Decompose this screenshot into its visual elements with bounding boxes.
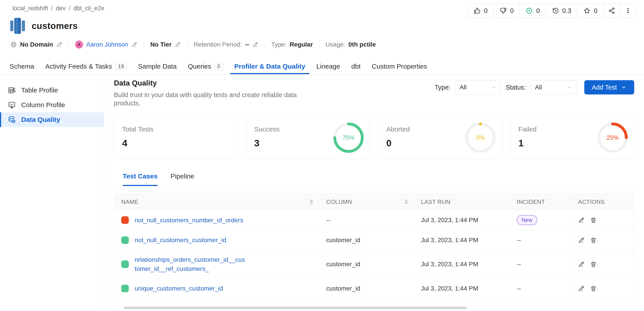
test-case-link[interactable]: not_null_customers_customer_id bbox=[134, 236, 226, 244]
card-value: 4 bbox=[122, 138, 230, 148]
delete-icon[interactable] bbox=[590, 217, 597, 224]
tab-count-badge: 19 bbox=[115, 62, 127, 70]
divider bbox=[319, 40, 319, 48]
column-header-label: INCIDENT bbox=[517, 198, 545, 206]
tab-profiler-data-quality[interactable]: Profiler & Data Quality bbox=[230, 60, 309, 74]
tab-custom-properties[interactable]: Custom Properties bbox=[368, 60, 431, 74]
tab-sample-data[interactable]: Sample Data bbox=[134, 60, 180, 74]
column-cell: customer_id bbox=[319, 279, 414, 298]
breadcrumb-service[interactable]: local_redshift bbox=[12, 5, 48, 12]
total-tests-card: Total Tests 4 bbox=[114, 116, 238, 159]
edit-owner-icon[interactable] bbox=[131, 42, 138, 48]
delete-icon[interactable] bbox=[590, 237, 597, 244]
tab-queries[interactable]: Queries0 bbox=[184, 60, 227, 74]
tab-lineage[interactable]: Lineage bbox=[312, 60, 344, 74]
upvote-count: 0 bbox=[484, 7, 488, 14]
globe-icon bbox=[10, 41, 17, 48]
breadcrumb-separator: / bbox=[69, 5, 70, 12]
version-button[interactable]: 0.3 bbox=[546, 4, 577, 18]
divider bbox=[187, 40, 188, 48]
type-label: Type: bbox=[271, 41, 286, 48]
tab-schema[interactable]: Schema bbox=[6, 60, 38, 74]
test-case-link[interactable]: relationships_orders_customer_id__custom… bbox=[134, 255, 245, 273]
sort-icon[interactable] bbox=[310, 200, 313, 204]
test-status-indicator bbox=[121, 260, 129, 268]
add-test-button[interactable]: Add Test bbox=[584, 80, 634, 94]
incident-new-badge[interactable]: New bbox=[517, 215, 537, 225]
tab-dbt[interactable]: dbt bbox=[347, 60, 364, 74]
entity-tabbar: Schema Activity Feeds & Tasks19 Sample D… bbox=[0, 60, 644, 74]
share-button[interactable] bbox=[603, 4, 620, 18]
incident-cell: -- bbox=[510, 230, 570, 250]
column-header-name[interactable]: NAME bbox=[114, 194, 319, 210]
test-status-indicator bbox=[121, 236, 129, 244]
star-button[interactable]: 0 bbox=[577, 4, 603, 18]
sidebar-item-table-profile[interactable]: Table Profile bbox=[0, 83, 104, 98]
test-case-link[interactable]: unique_customers_customer_id bbox=[134, 284, 223, 293]
column-profile-icon bbox=[8, 101, 16, 109]
breadcrumb-schema[interactable]: dbt_cli_e2e bbox=[74, 5, 104, 12]
edit-icon[interactable] bbox=[578, 285, 585, 292]
breadcrumb: local_redshift / dev / dbt_cli_e2e bbox=[12, 5, 104, 12]
type-item: Type: Regular bbox=[271, 41, 313, 48]
aborted-donut-chart: 0% bbox=[465, 122, 496, 153]
incident-cell: -- bbox=[510, 250, 570, 278]
success-card: Success 3 75% bbox=[246, 116, 370, 159]
upvote-button[interactable]: 0 bbox=[468, 4, 493, 18]
table-header-row: NAME COLUMN LAST RUN INCIDENT ACTIONS bbox=[114, 194, 634, 210]
status-filter-select[interactable]: All bbox=[530, 80, 577, 94]
summary-cards-row: Total Tests 4 Success 3 75% Aborted 0 0% bbox=[114, 116, 634, 159]
last-run-cell: Jul 3, 2023, 1:44 PM bbox=[414, 250, 510, 278]
table-profile-icon bbox=[8, 86, 16, 94]
test-case-link[interactable]: not_null_customers_number_of_orders bbox=[134, 216, 243, 225]
more-options-button[interactable] bbox=[620, 4, 636, 18]
column-cell: -- bbox=[319, 210, 414, 230]
incident-cell: -- bbox=[510, 279, 570, 298]
sidebar-item-label: Data Quality bbox=[21, 116, 60, 124]
tab-label: Queries bbox=[188, 62, 211, 70]
delete-icon[interactable] bbox=[590, 285, 597, 292]
failed-card: Failed 1 25% bbox=[510, 116, 634, 159]
type-filter-select[interactable]: All bbox=[455, 80, 501, 94]
edit-domain-icon[interactable] bbox=[56, 42, 62, 48]
edit-icon[interactable] bbox=[578, 237, 585, 244]
follow-button[interactable]: 0 bbox=[520, 4, 546, 18]
edit-icon[interactable] bbox=[578, 261, 585, 268]
column-header-column[interactable]: COLUMN bbox=[319, 194, 414, 210]
type-filter-value: All bbox=[460, 84, 466, 91]
sidebar-item-column-profile[interactable]: Column Profile bbox=[0, 98, 104, 112]
edit-tier-icon[interactable] bbox=[175, 42, 181, 48]
tab-activity-feeds[interactable]: Activity Feeds & Tasks19 bbox=[41, 60, 131, 74]
test-cases-table: NAME COLUMN LAST RUN INCIDENT ACTIONS no… bbox=[114, 194, 634, 298]
retention-value: -- bbox=[245, 41, 249, 48]
edit-retention-icon[interactable] bbox=[252, 42, 258, 48]
donut-percent-label: 0% bbox=[465, 122, 496, 153]
divider bbox=[144, 40, 144, 48]
edit-icon[interactable] bbox=[578, 217, 585, 224]
horizontal-scrollbar-thumb[interactable] bbox=[124, 306, 467, 309]
chevron-down-icon bbox=[621, 84, 626, 90]
filters-row: Type: All Status: All Add Test bbox=[434, 80, 634, 94]
owner-item: A Aaron Johnson bbox=[75, 40, 138, 48]
downvote-count: 0 bbox=[510, 7, 514, 14]
tab-pipeline[interactable]: Pipeline bbox=[170, 172, 194, 186]
breadcrumb-database[interactable]: dev bbox=[56, 5, 66, 12]
breadcrumb-separator: / bbox=[51, 5, 53, 12]
domain-value: No Domain bbox=[20, 41, 53, 48]
aborted-card: Aborted 0 0% bbox=[378, 116, 502, 159]
downvote-button[interactable]: 0 bbox=[493, 4, 520, 18]
sidebar-item-label: Table Profile bbox=[21, 86, 58, 94]
donut-percent-label: 25% bbox=[597, 122, 628, 153]
sidebar-item-data-quality[interactable]: Data Quality bbox=[0, 112, 104, 127]
donut-percent-label: 75% bbox=[333, 122, 364, 153]
divider bbox=[265, 40, 265, 48]
tab-test-cases[interactable]: Test Cases bbox=[123, 172, 158, 186]
profiler-sidebar: Table Profile Column Profile Data Qualit… bbox=[0, 74, 104, 311]
column-header-actions: ACTIONS bbox=[570, 194, 634, 210]
owner-avatar[interactable]: A bbox=[75, 40, 83, 48]
tier-value: No Tier bbox=[150, 41, 172, 48]
sort-icon[interactable] bbox=[404, 200, 408, 204]
chevron-down-icon bbox=[491, 85, 496, 90]
delete-icon[interactable] bbox=[590, 261, 597, 268]
owner-link[interactable]: Aaron Johnson bbox=[86, 41, 128, 48]
